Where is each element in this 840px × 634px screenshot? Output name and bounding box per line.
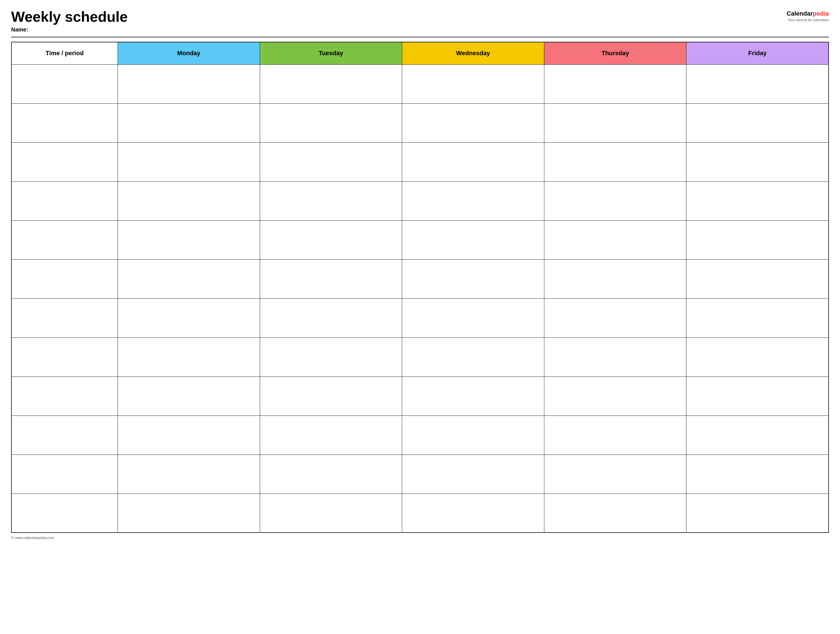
schedule-table: Time / period Monday Tuesday Wednesday T…: [11, 42, 829, 533]
table-row: [11, 377, 829, 415]
footer-text: © www.calendarpedia.com: [11, 536, 54, 540]
time-cell[interactable]: [11, 338, 118, 377]
day-cell[interactable]: [402, 221, 544, 259]
time-cell[interactable]: [11, 103, 118, 142]
footer: © www.calendarpedia.com: [11, 536, 829, 540]
day-cell[interactable]: [118, 65, 260, 103]
day-cell[interactable]: [118, 338, 260, 377]
time-cell[interactable]: [11, 494, 118, 533]
time-cell[interactable]: [11, 259, 118, 298]
day-cell[interactable]: [260, 338, 402, 377]
table-row: [11, 298, 829, 338]
day-cell[interactable]: [118, 377, 260, 415]
day-cell[interactable]: [260, 494, 402, 533]
day-cell[interactable]: [402, 454, 544, 494]
day-cell[interactable]: [260, 298, 402, 338]
day-cell[interactable]: [260, 221, 402, 259]
day-cell[interactable]: [544, 298, 687, 338]
table-row: [11, 494, 829, 533]
time-cell[interactable]: [11, 377, 118, 415]
day-cell[interactable]: [687, 377, 829, 415]
time-cell[interactable]: [11, 454, 118, 494]
table-row: [11, 65, 829, 103]
day-cell[interactable]: [260, 142, 402, 181]
day-cell[interactable]: [402, 65, 544, 103]
time-cell[interactable]: [11, 415, 118, 454]
day-cell[interactable]: [260, 181, 402, 221]
day-cell[interactable]: [544, 377, 687, 415]
header-divider: [11, 37, 829, 37]
day-cell[interactable]: [118, 298, 260, 338]
day-cell[interactable]: [118, 221, 260, 259]
day-cell[interactable]: [118, 454, 260, 494]
name-label: Name:: [11, 27, 128, 33]
header: Weekly schedule Name: Calendarpedia Your…: [11, 9, 829, 33]
day-cell[interactable]: [544, 103, 687, 142]
day-cell[interactable]: [402, 494, 544, 533]
day-cell[interactable]: [118, 142, 260, 181]
logo-area: Calendarpedia Your source for calendars: [786, 10, 829, 22]
day-cell[interactable]: [402, 298, 544, 338]
day-cell[interactable]: [687, 181, 829, 221]
day-cell[interactable]: [402, 181, 544, 221]
logo-red: pedia: [813, 10, 829, 17]
day-cell[interactable]: [687, 142, 829, 181]
day-cell[interactable]: [402, 377, 544, 415]
table-row: [11, 142, 829, 181]
col-header-friday: Friday: [687, 42, 829, 65]
day-cell[interactable]: [544, 494, 687, 533]
time-cell[interactable]: [11, 221, 118, 259]
day-cell[interactable]: [544, 65, 687, 103]
day-cell[interactable]: [687, 415, 829, 454]
table-header-row: Time / period Monday Tuesday Wednesday T…: [11, 42, 829, 65]
day-cell[interactable]: [544, 142, 687, 181]
day-cell[interactable]: [544, 454, 687, 494]
day-cell[interactable]: [260, 377, 402, 415]
day-cell[interactable]: [260, 454, 402, 494]
logo-tagline: Your source for calendars: [788, 18, 829, 22]
day-cell[interactable]: [687, 103, 829, 142]
day-cell[interactable]: [687, 65, 829, 103]
day-cell[interactable]: [402, 338, 544, 377]
table-body: [11, 65, 829, 533]
day-cell[interactable]: [402, 142, 544, 181]
day-cell[interactable]: [260, 259, 402, 298]
time-cell[interactable]: [11, 142, 118, 181]
day-cell[interactable]: [118, 103, 260, 142]
logo-black: Calendar: [786, 10, 813, 17]
day-cell[interactable]: [544, 259, 687, 298]
day-cell[interactable]: [544, 415, 687, 454]
col-header-monday: Monday: [118, 42, 260, 65]
col-header-wednesday: Wednesday: [402, 42, 544, 65]
day-cell[interactable]: [687, 454, 829, 494]
day-cell[interactable]: [260, 415, 402, 454]
day-cell[interactable]: [118, 494, 260, 533]
day-cell[interactable]: [544, 338, 687, 377]
time-cell[interactable]: [11, 298, 118, 338]
day-cell[interactable]: [402, 415, 544, 454]
day-cell[interactable]: [687, 494, 829, 533]
time-cell[interactable]: [11, 65, 118, 103]
day-cell[interactable]: [260, 65, 402, 103]
day-cell[interactable]: [687, 221, 829, 259]
day-cell[interactable]: [544, 221, 687, 259]
day-cell[interactable]: [402, 103, 544, 142]
table-row: [11, 181, 829, 221]
day-cell[interactable]: [687, 259, 829, 298]
day-cell[interactable]: [118, 181, 260, 221]
page-title: Weekly schedule: [11, 9, 128, 25]
day-cell[interactable]: [118, 415, 260, 454]
time-cell[interactable]: [11, 181, 118, 221]
table-row: [11, 221, 829, 259]
day-cell[interactable]: [687, 338, 829, 377]
table-row: [11, 454, 829, 494]
day-cell[interactable]: [260, 103, 402, 142]
day-cell[interactable]: [402, 259, 544, 298]
day-cell[interactable]: [118, 259, 260, 298]
day-cell[interactable]: [544, 181, 687, 221]
day-cell[interactable]: [687, 298, 829, 338]
table-row: [11, 415, 829, 454]
col-header-tuesday: Tuesday: [260, 42, 402, 65]
col-header-time: Time / period: [11, 42, 118, 65]
title-section: Weekly schedule Name:: [11, 9, 128, 33]
